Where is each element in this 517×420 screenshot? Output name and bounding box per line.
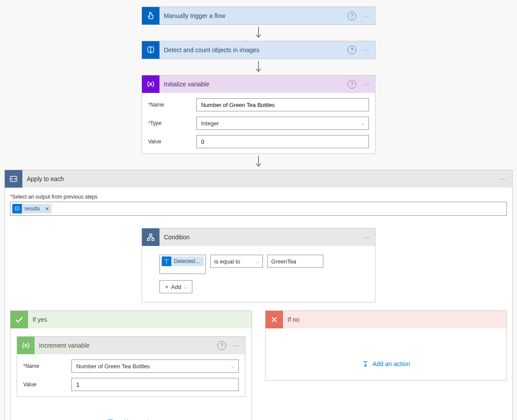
step-title: Apply to each [22,175,498,182]
token-results[interactable]: results ✕ [12,204,52,214]
token-icon [162,256,171,266]
token-remove[interactable]: ✕ [203,259,204,264]
add-action-icon [362,360,369,367]
svg-rect-14 [365,365,366,367]
add-action-button[interactable]: Add an action [272,336,500,374]
more-icon[interactable]: ··· [361,12,375,19]
name-label: *Name [23,363,71,369]
step-title: Increment variable [35,342,217,349]
variable-icon [17,337,35,354]
add-condition-button[interactable]: + Add ⌵ [159,280,192,293]
if-no-header[interactable]: If no [266,311,506,328]
more-icon[interactable]: ··· [361,234,375,241]
token-icon [12,204,22,214]
variable-icon [142,75,159,93]
value-label: Value [23,381,71,388]
close-icon [266,311,283,328]
branch-title: If yes [28,316,47,323]
condition-icon [142,228,159,246]
touch-icon [142,7,159,25]
plus-icon: + [165,284,169,290]
condition-header[interactable]: Condition ··· [142,228,375,246]
more-icon[interactable]: ··· [361,81,375,88]
condition-right-operand[interactable]: GreenTea [267,255,323,268]
step-trigger[interactable]: Manually trigger a flow ? ··· [142,7,375,25]
if-yes-header[interactable]: If yes [11,311,251,328]
type-label: *Type [148,120,196,126]
step-detect[interactable]: Detect and count objects in images ? ··· [142,41,375,59]
apply-each-header[interactable]: Apply to each ··· [5,170,512,188]
branch-if-yes: If yes Increment variable [10,310,252,420]
condition-left-operand[interactable]: Detected… ✕ [159,255,206,274]
chevron-down-icon: ⌵ [231,364,234,369]
select-output-label: *Select an output from previous steps [10,194,507,200]
step-condition: Condition ··· Detected… ✕ [142,228,375,303]
step-title: Manually trigger a flow [159,12,347,19]
chevron-down-icon: ⌵ [256,259,259,264]
more-icon[interactable]: ··· [498,175,512,182]
chevron-down-icon: ⌵ [361,121,364,126]
svg-rect-5 [148,238,150,240]
step-title: Initialize variable [159,81,347,88]
more-icon[interactable]: ··· [361,46,375,53]
name-field[interactable] [196,98,369,111]
arrow-icon [255,61,262,73]
help-icon[interactable]: ? [347,80,356,89]
brain-icon [142,41,159,59]
more-icon[interactable]: ··· [230,342,245,349]
arrow-icon [255,27,262,39]
name-label: *Name [148,102,196,108]
condition-operator-select[interactable]: is equal to ⌵ [210,255,263,268]
svg-rect-4 [150,234,152,236]
token-remove[interactable]: ✕ [42,206,52,212]
step-title: Condition [159,234,361,241]
value-field[interactable] [71,378,239,391]
loop-icon [5,170,22,188]
arrow-icon [255,156,262,168]
select-output-field[interactable]: results ✕ [10,202,507,216]
type-select[interactable]: Integer ⌵ [196,117,369,130]
branch-title: If no [283,316,299,323]
svg-rect-6 [152,238,154,240]
step-increment-variable[interactable]: Increment variable ? ··· *Name Number of… [17,336,245,397]
name-select[interactable]: Number of Green Tea Bottles ⌵ [71,359,239,373]
value-label: Value [148,139,196,145]
check-icon [11,311,28,328]
step-apply-to-each: Apply to each ··· *Select an output from… [4,170,513,420]
help-icon[interactable]: ? [347,11,356,20]
help-icon[interactable]: ? [217,341,226,350]
branch-if-no: If no Add an action [265,310,507,381]
step-title: Detect and count objects in images [159,46,347,53]
step-initialize-variable[interactable]: Initialize variable ? ··· *Name *Type In… [142,75,375,154]
token-detected[interactable]: Detected… ✕ [162,256,204,266]
add-action-button[interactable]: Add an action [17,397,245,420]
chevron-down-icon: ⌵ [184,285,187,289]
help-icon[interactable]: ? [347,46,356,54]
value-field[interactable] [196,135,369,148]
